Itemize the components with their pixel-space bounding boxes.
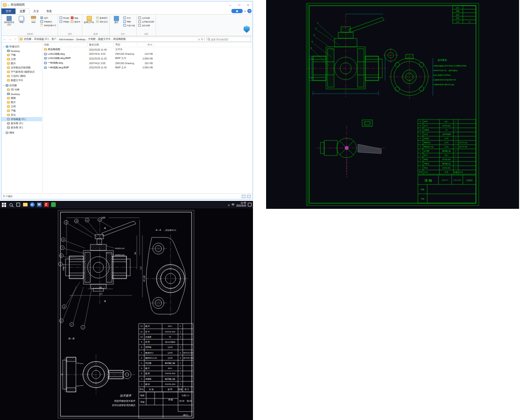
- column-name[interactable]: 名称: [43, 43, 88, 47]
- close-button[interactable]: ×: [244, 1, 253, 8]
- tab-file[interactable]: 文件: [1, 8, 15, 14]
- start-button[interactable]: [1, 202, 7, 207]
- browser-button[interactable]: e: [30, 202, 35, 207]
- clock[interactable]: 11:49 2021/5/29: [237, 202, 246, 207]
- file-explorer-button[interactable]: [22, 202, 28, 207]
- nav-item-folder[interactable]: 东和极品试验画图: [1, 66, 42, 70]
- word-button[interactable]: W: [37, 202, 42, 207]
- cad-app-button[interactable]: Z: [44, 202, 49, 207]
- minimize-button[interactable]: –: [226, 1, 235, 8]
- open-button[interactable]: 打开: [123, 16, 135, 19]
- file-row[interactable]: L1611球阀.dwg.BMP 2021/5/29 11:42 BMP 文件 2…: [43, 56, 253, 61]
- nav-item-local-disk-c[interactable]: 本地磁盘 (C:): [1, 117, 42, 121]
- new-item-button[interactable]: 新建项目: [96, 16, 108, 19]
- tab-view[interactable]: 查看: [43, 8, 56, 14]
- paste-button[interactable]: 粘贴: [28, 15, 39, 27]
- select-all-button[interactable]: 全部选择: [138, 16, 154, 19]
- tray-expand-icon[interactable]: ∧: [228, 203, 230, 206]
- history-button[interactable]: 历史记录: [123, 24, 135, 27]
- collapse-ribbon-icon[interactable]: ∧: [244, 9, 246, 13]
- paste-shortcut-icon: [40, 24, 43, 27]
- nav-item-volume-e[interactable]: 新加卷 (E:): [1, 125, 42, 130]
- promo-badge[interactable]: [231, 9, 243, 13]
- chat-app-button[interactable]: [51, 202, 56, 207]
- invert-selection-button[interactable]: 反向选择: [138, 24, 154, 27]
- task-view-button[interactable]: [15, 202, 21, 207]
- nav-item-pictures[interactable]: 图片: [1, 61, 42, 66]
- nav-item-3d-objects[interactable]: 3D 对象: [1, 88, 42, 92]
- svg-text:10: 10: [75, 220, 78, 222]
- search-button[interactable]: [8, 202, 14, 207]
- delete-button[interactable]: 删除: [71, 16, 81, 19]
- crumb[interactable]: 用户: [51, 37, 57, 41]
- file-row[interactable]: 两张阀模图 2021/5/29 11:40 文件夹: [43, 47, 253, 52]
- back-button[interactable]: ←: [3, 37, 7, 41]
- help-icon[interactable]: ?: [247, 9, 252, 13]
- dropdown-icon[interactable]: ∨: [198, 37, 200, 41]
- copy-button[interactable]: 复制: [16, 15, 27, 27]
- nav-item-downloads[interactable]: 下载: [1, 53, 42, 57]
- properties-button[interactable]: 属性: [111, 15, 122, 27]
- edit-button[interactable]: 编辑: [123, 20, 135, 23]
- refresh-icon[interactable]: ↻: [201, 37, 203, 41]
- notification-icon[interactable]: [248, 203, 252, 206]
- nav-network[interactable]: 网络: [1, 131, 42, 135]
- nav-item-documents[interactable]: 文档: [1, 104, 42, 109]
- documents-icon: [7, 58, 10, 60]
- file-row[interactable]: L1611球阀.dwg 2007/4/11 3:04 ZWCAD.Drawing…: [43, 52, 253, 57]
- crumb[interactable]: 此电脑: [23, 37, 32, 41]
- qat-chevron-icon[interactable]: ∨: [7, 4, 9, 7]
- nav-item-pictures[interactable]: 图片: [1, 100, 42, 104]
- crumb[interactable]: Desktop: [76, 38, 86, 41]
- tab-home[interactable]: 主页: [15, 8, 30, 14]
- pin-quick-access-button[interactable]: 固定到快速访问: [4, 15, 15, 27]
- nav-this-pc[interactable]: 此电脑: [1, 83, 42, 88]
- forward-button[interactable]: →: [8, 37, 12, 41]
- copy-path-button[interactable]: 复制路径: [40, 20, 56, 23]
- nav-item-videos[interactable]: 视频: [1, 96, 42, 100]
- language-indicator[interactable]: 中: [232, 203, 235, 207]
- details-view-icon[interactable]: [242, 195, 245, 198]
- crumb[interactable]: 本地磁盘 (C:): [34, 37, 49, 41]
- nav-quick-access[interactable]: 快速访问: [1, 44, 42, 49]
- crumb[interactable]: Administrator: [59, 38, 74, 41]
- nav-item-folder[interactable]: 空气能热泵+隔壁协议: [1, 70, 42, 74]
- music-icon: [7, 114, 10, 116]
- nav-item-downloads[interactable]: 下载: [1, 109, 42, 113]
- breadcrumb[interactable]: 此电脑 本地磁盘 (C:) 用户 Administrator Desktop 大…: [18, 37, 205, 42]
- nav-item-volume-d[interactable]: 新加卷 (D:): [1, 121, 42, 125]
- security-shield-icon[interactable]: [244, 26, 250, 33]
- paste-shortcut-button[interactable]: 粘贴快捷方式: [40, 24, 56, 27]
- search-input[interactable]: 搜索"两张阀模图": [206, 37, 251, 42]
- crumb[interactable]: 大美图: [88, 37, 96, 41]
- crumb[interactable]: 新建文件夹: [98, 37, 111, 41]
- crumb[interactable]: 两张阀模图: [113, 37, 126, 41]
- move-to-button[interactable]: 移动到: [59, 16, 69, 19]
- nav-item-documents[interactable]: 文档: [1, 57, 42, 61]
- nav-item-folder[interactable]: 新建文件夹: [1, 78, 42, 82]
- column-date[interactable]: 修改日期: [88, 43, 114, 47]
- column-headers: 名称 修改日期 类型 大小: [43, 43, 253, 47]
- thumbnails-view-icon[interactable]: [247, 195, 251, 198]
- cut-button[interactable]: 剪切: [40, 16, 56, 19]
- svg-text:审核: 审核: [141, 401, 145, 403]
- file-row[interactable]: 一种球阀.dwg 2007/4/11 3:05 ZWCAD.Drawing 19…: [43, 61, 253, 66]
- select-none-button[interactable]: 全部取消选择: [138, 20, 154, 23]
- nav-item-music[interactable]: 音乐: [1, 113, 42, 117]
- nav-item-desktop[interactable]: Desktop: [1, 49, 42, 53]
- copy-to-button[interactable]: 复制到: [59, 20, 69, 23]
- tab-share[interactable]: 共享: [30, 8, 43, 14]
- column-size[interactable]: 大小: [137, 43, 154, 47]
- nav-item-folder[interactable]: 立法码门图纸: [1, 74, 42, 78]
- up-button[interactable]: ↑: [13, 37, 17, 41]
- rename-button[interactable]: 重命名: [71, 20, 81, 23]
- nav-item-desktop[interactable]: Desktop: [1, 92, 42, 96]
- easy-access-button[interactable]: 轻松访问: [96, 20, 108, 23]
- file-row[interactable]: 一种球阀.dwg.BMP 2021/5/29 11:42 BMP 文件 2,56…: [43, 65, 253, 70]
- column-type[interactable]: 类型: [114, 43, 137, 47]
- title-bar[interactable]: ∨ 两张阀模图 – □ ×: [1, 1, 253, 8]
- svg-text:84: 84: [134, 252, 136, 255]
- new-folder-button[interactable]: 新建文件夹: [84, 15, 95, 24]
- maximize-button[interactable]: □: [235, 1, 244, 8]
- copy-icon: [19, 16, 24, 21]
